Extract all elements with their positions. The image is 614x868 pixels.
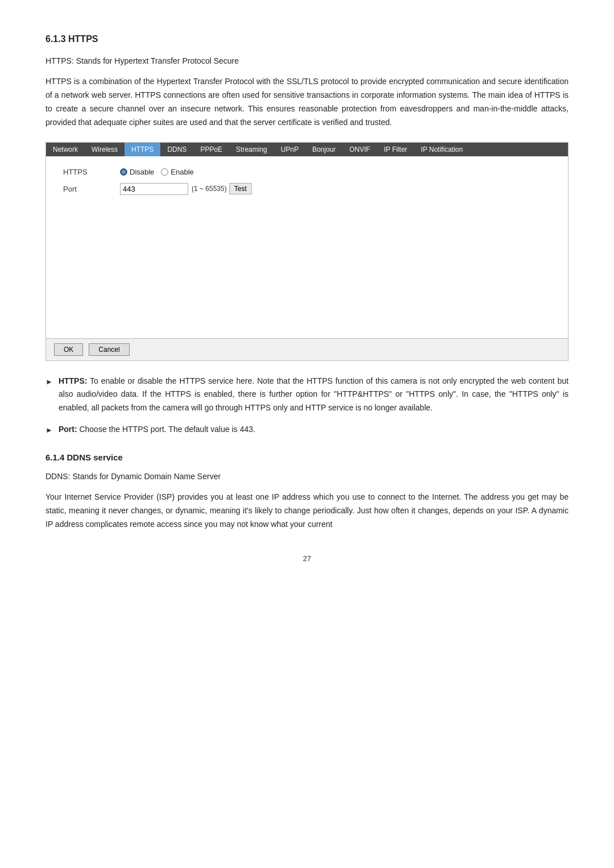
tab-ip-notification[interactable]: IP Notification [414, 143, 470, 156]
enable-radio-label[interactable]: Enable [161, 168, 193, 176]
port-form-row: Port (1 ~ 65535) Test [63, 183, 551, 195]
port-input[interactable] [120, 183, 188, 195]
ddns-intro-para: Your Internet Service Provider (ISP) pro… [45, 491, 569, 531]
tab-ddns[interactable]: DDNS [160, 143, 193, 156]
bullet-port: ► Port: Choose the HTTPS port. The defau… [45, 423, 569, 437]
tab-bar: Network Wireless HTTPS DDNS PPPoE Stream… [46, 143, 568, 156]
arrow-icon-2: ► [45, 424, 53, 437]
https-field-label: HTTPS [63, 168, 120, 176]
bullet-https: ► HTTPS: To enable or disable the HTTPS … [45, 375, 569, 415]
bullet-https-strong: HTTPS: [59, 376, 88, 385]
disable-label-text: Disable [130, 168, 154, 176]
tab-upnp[interactable]: UPnP [274, 143, 305, 156]
port-range-label: (1 ~ 65535) [192, 185, 227, 193]
port-input-group: (1 ~ 65535) Test [120, 183, 252, 195]
https-bullet-list: ► HTTPS: To enable or disable the HTTPS … [45, 375, 569, 437]
tab-https[interactable]: HTTPS [125, 143, 160, 156]
port-field-label: Port [63, 185, 120, 193]
disable-radio[interactable] [120, 168, 127, 176]
https-intro-para: HTTPS is a combination of the Hypertext … [45, 75, 569, 129]
bullet-https-text: HTTPS: To enable or disable the HTTPS se… [59, 375, 569, 415]
tab-onvif[interactable]: ONVIF [343, 143, 377, 156]
enable-label-text: Enable [171, 168, 193, 176]
section-title-ddns: 6.1.4 DDNS service [45, 452, 569, 462]
disable-radio-label[interactable]: Disable [120, 168, 154, 176]
https-intro-line: HTTPS: Stands for Hypertext Transfer Pro… [45, 55, 569, 67]
test-button[interactable]: Test [229, 183, 252, 194]
bullet-port-strong: Port: [59, 425, 77, 434]
https-form-row: HTTPS Disable Enable [63, 168, 551, 176]
panel-body: HTTPS Disable Enable Port (1 ~ 65535) Te… [46, 156, 568, 338]
ok-button[interactable]: OK [54, 343, 83, 356]
page-number: 27 [45, 554, 569, 563]
tab-pppoe[interactable]: PPPoE [193, 143, 229, 156]
https-panel: Network Wireless HTTPS DDNS PPPoE Stream… [45, 142, 569, 361]
tab-bonjour[interactable]: Bonjour [305, 143, 342, 156]
arrow-icon-1: ► [45, 376, 53, 388]
cancel-button[interactable]: Cancel [89, 343, 129, 356]
bullet-port-text: Port: Choose the HTTPS port. The default… [59, 423, 255, 437]
tab-wireless[interactable]: Wireless [85, 143, 125, 156]
ddns-intro-line: DDNS: Stands for Dynamic Domain Name Ser… [45, 470, 569, 483]
tab-streaming[interactable]: Streaming [229, 143, 274, 156]
tab-ip-filter[interactable]: IP Filter [377, 143, 414, 156]
https-radio-group: Disable Enable [120, 168, 194, 176]
section-title-https: 6.1.3 HTTPS [45, 34, 569, 44]
tab-network[interactable]: Network [46, 143, 85, 156]
enable-radio[interactable] [161, 168, 168, 176]
panel-footer: OK Cancel [46, 338, 568, 360]
